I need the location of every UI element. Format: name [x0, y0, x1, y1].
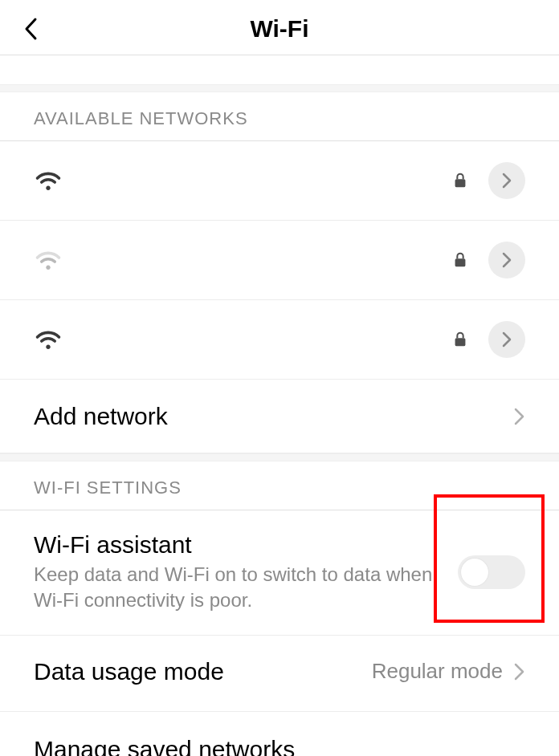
chevron-right-icon — [514, 662, 525, 681]
toggle-knob — [461, 559, 488, 586]
manage-saved-title: Manage saved networks — [34, 736, 525, 756]
network-row[interactable] — [0, 141, 559, 221]
back-button[interactable] — [19, 18, 42, 40]
wifi-assistant-toggle[interactable] — [458, 555, 525, 589]
wifi-assistant-title: Wi-Fi assistant — [34, 531, 450, 559]
chevron-right-icon — [502, 331, 512, 348]
data-usage-title: Data usage mode — [34, 658, 372, 685]
lock-icon — [451, 172, 469, 189]
add-network-row[interactable]: Add network — [0, 380, 559, 453]
network-details-button[interactable] — [488, 242, 525, 278]
top-gap — [0, 55, 559, 84]
wifi-assistant-row[interactable]: Wi-Fi assistant Keep data and Wi-Fi on t… — [0, 510, 559, 636]
chevron-right-icon — [514, 407, 525, 426]
section-divider — [0, 84, 559, 92]
network-details-button[interactable] — [488, 162, 525, 199]
data-usage-mode-row[interactable]: Data usage mode Regular mode — [0, 636, 559, 712]
manage-saved-networks-row[interactable]: Manage saved networks — [0, 712, 559, 756]
data-usage-value: Regular mode — [372, 659, 503, 684]
network-details-button[interactable] — [488, 321, 525, 358]
header-bar: Wi-Fi — [0, 0, 559, 55]
chevron-left-icon — [23, 17, 38, 41]
wifi-icon — [34, 166, 63, 195]
wifi-assistant-desc: Keep data and Wi-Fi on to switch to data… — [34, 562, 450, 614]
wifi-icon — [34, 325, 63, 354]
section-header-settings: WI-FI SETTINGS — [0, 461, 559, 510]
svg-rect-2 — [455, 338, 466, 346]
wifi-assistant-text: Wi-Fi assistant Keep data and Wi-Fi on t… — [34, 531, 458, 614]
wifi-icon — [34, 246, 63, 274]
network-row[interactable] — [0, 300, 559, 380]
lock-icon — [451, 331, 469, 348]
svg-rect-0 — [455, 179, 466, 187]
section-header-available: AVAILABLE NETWORKS — [0, 92, 559, 141]
add-network-label: Add network — [34, 403, 514, 430]
chevron-right-icon — [502, 252, 512, 268]
network-row[interactable] — [0, 221, 559, 300]
chevron-right-icon — [502, 173, 512, 189]
header-title: Wi-Fi — [0, 15, 559, 43]
lock-icon — [451, 251, 469, 269]
svg-rect-1 — [455, 258, 466, 266]
section-divider — [0, 453, 559, 461]
